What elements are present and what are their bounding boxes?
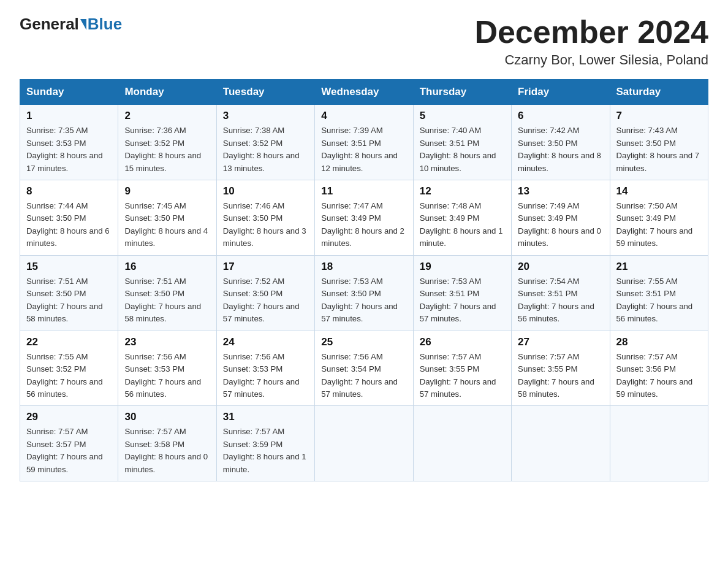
day-number: 16 xyxy=(124,261,210,273)
day-info: Sunrise: 7:57 AMSunset: 3:55 PMDaylight:… xyxy=(420,351,505,401)
day-info: Sunrise: 7:54 AMSunset: 3:51 PMDaylight:… xyxy=(518,275,603,326)
page-header: General Blue December 2024 Czarny Bor, L… xyxy=(20,15,708,68)
calendar-cell: 10Sunrise: 7:46 AMSunset: 3:50 PMDayligh… xyxy=(216,180,314,256)
day-info: Sunrise: 7:50 AMSunset: 3:49 PMDaylight:… xyxy=(616,200,702,250)
day-number: 4 xyxy=(321,110,406,122)
day-number: 20 xyxy=(518,261,603,273)
day-number: 8 xyxy=(26,185,112,197)
calendar-cell xyxy=(512,406,610,481)
day-info: Sunrise: 7:56 AMSunset: 3:53 PMDaylight:… xyxy=(223,351,308,401)
day-number: 27 xyxy=(518,336,603,348)
day-info: Sunrise: 7:53 AMSunset: 3:51 PMDaylight:… xyxy=(420,275,505,326)
calendar-cell: 14Sunrise: 7:50 AMSunset: 3:49 PMDayligh… xyxy=(610,180,708,256)
day-info: Sunrise: 7:52 AMSunset: 3:50 PMDaylight:… xyxy=(223,275,308,326)
calendar-cell: 4Sunrise: 7:39 AMSunset: 3:51 PMDaylight… xyxy=(315,105,413,180)
calendar-cell: 20Sunrise: 7:54 AMSunset: 3:51 PMDayligh… xyxy=(512,255,610,331)
day-info: Sunrise: 7:56 AMSunset: 3:53 PMDaylight:… xyxy=(124,351,210,401)
calendar-cell: 13Sunrise: 7:49 AMSunset: 3:49 PMDayligh… xyxy=(512,180,610,256)
calendar-cell: 29Sunrise: 7:57 AMSunset: 3:57 PMDayligh… xyxy=(20,406,118,481)
day-info: Sunrise: 7:55 AMSunset: 3:51 PMDaylight:… xyxy=(616,275,702,326)
calendar-week-row: 29Sunrise: 7:57 AMSunset: 3:57 PMDayligh… xyxy=(20,406,708,481)
weekday-header-saturday: Saturday xyxy=(610,80,708,105)
day-info: Sunrise: 7:38 AMSunset: 3:52 PMDaylight:… xyxy=(223,124,308,175)
day-number: 31 xyxy=(223,411,308,423)
calendar-cell: 1Sunrise: 7:35 AMSunset: 3:53 PMDaylight… xyxy=(20,105,118,180)
calendar-cell: 26Sunrise: 7:57 AMSunset: 3:55 PMDayligh… xyxy=(413,331,511,406)
calendar-cell: 21Sunrise: 7:55 AMSunset: 3:51 PMDayligh… xyxy=(610,255,708,331)
weekday-header-thursday: Thursday xyxy=(413,80,511,105)
day-info: Sunrise: 7:42 AMSunset: 3:50 PMDaylight:… xyxy=(518,124,603,175)
calendar-cell: 15Sunrise: 7:51 AMSunset: 3:50 PMDayligh… xyxy=(20,255,118,331)
calendar-cell: 24Sunrise: 7:56 AMSunset: 3:53 PMDayligh… xyxy=(216,331,314,406)
day-number: 17 xyxy=(223,261,308,273)
calendar-week-row: 22Sunrise: 7:55 AMSunset: 3:52 PMDayligh… xyxy=(20,331,708,406)
calendar-cell: 16Sunrise: 7:51 AMSunset: 3:50 PMDayligh… xyxy=(118,255,216,331)
logo-arrow-icon xyxy=(80,19,86,30)
day-info: Sunrise: 7:55 AMSunset: 3:52 PMDaylight:… xyxy=(26,351,112,401)
day-info: Sunrise: 7:46 AMSunset: 3:50 PMDaylight:… xyxy=(223,200,308,250)
day-number: 6 xyxy=(518,110,603,122)
calendar-cell: 9Sunrise: 7:45 AMSunset: 3:50 PMDaylight… xyxy=(118,180,216,256)
calendar-cell xyxy=(413,406,511,481)
calendar-cell: 11Sunrise: 7:47 AMSunset: 3:49 PMDayligh… xyxy=(315,180,413,256)
logo-blue-text: Blue xyxy=(88,15,122,34)
day-info: Sunrise: 7:47 AMSunset: 3:49 PMDaylight:… xyxy=(321,200,406,250)
day-number: 15 xyxy=(26,261,112,273)
day-number: 10 xyxy=(223,185,308,197)
day-number: 14 xyxy=(616,185,702,197)
day-info: Sunrise: 7:57 AMSunset: 3:55 PMDaylight:… xyxy=(518,351,603,401)
day-number: 11 xyxy=(321,185,406,197)
day-info: Sunrise: 7:57 AMSunset: 3:59 PMDaylight:… xyxy=(223,426,308,476)
calendar-week-row: 8Sunrise: 7:44 AMSunset: 3:50 PMDaylight… xyxy=(20,180,708,256)
day-number: 12 xyxy=(420,185,505,197)
day-info: Sunrise: 7:45 AMSunset: 3:50 PMDaylight:… xyxy=(124,200,210,250)
day-number: 5 xyxy=(420,110,505,122)
day-info: Sunrise: 7:43 AMSunset: 3:50 PMDaylight:… xyxy=(616,124,702,175)
day-number: 1 xyxy=(26,110,112,122)
day-number: 2 xyxy=(124,110,210,122)
day-number: 30 xyxy=(124,411,210,423)
weekday-header-friday: Friday xyxy=(512,80,610,105)
calendar-cell: 23Sunrise: 7:56 AMSunset: 3:53 PMDayligh… xyxy=(118,331,216,406)
calendar-cell: 22Sunrise: 7:55 AMSunset: 3:52 PMDayligh… xyxy=(20,331,118,406)
day-info: Sunrise: 7:57 AMSunset: 3:58 PMDaylight:… xyxy=(124,426,210,476)
calendar-cell: 3Sunrise: 7:38 AMSunset: 3:52 PMDaylight… xyxy=(216,105,314,180)
calendar-cell: 6Sunrise: 7:42 AMSunset: 3:50 PMDaylight… xyxy=(512,105,610,180)
calendar-cell: 7Sunrise: 7:43 AMSunset: 3:50 PMDaylight… xyxy=(610,105,708,180)
day-number: 19 xyxy=(420,261,505,273)
logo: General Blue xyxy=(20,15,122,34)
day-number: 22 xyxy=(26,336,112,348)
calendar-week-row: 15Sunrise: 7:51 AMSunset: 3:50 PMDayligh… xyxy=(20,255,708,331)
weekday-header-sunday: Sunday xyxy=(20,80,118,105)
day-info: Sunrise: 7:48 AMSunset: 3:49 PMDaylight:… xyxy=(420,200,505,250)
day-number: 25 xyxy=(321,336,406,348)
calendar-cell: 18Sunrise: 7:53 AMSunset: 3:50 PMDayligh… xyxy=(315,255,413,331)
calendar-cell: 17Sunrise: 7:52 AMSunset: 3:50 PMDayligh… xyxy=(216,255,314,331)
day-number: 21 xyxy=(616,261,702,273)
day-info: Sunrise: 7:51 AMSunset: 3:50 PMDaylight:… xyxy=(26,275,112,326)
logo-general-text: General xyxy=(20,15,79,34)
calendar-cell: 31Sunrise: 7:57 AMSunset: 3:59 PMDayligh… xyxy=(216,406,314,481)
calendar-cell: 8Sunrise: 7:44 AMSunset: 3:50 PMDaylight… xyxy=(20,180,118,256)
day-info: Sunrise: 7:49 AMSunset: 3:49 PMDaylight:… xyxy=(518,200,603,250)
day-info: Sunrise: 7:35 AMSunset: 3:53 PMDaylight:… xyxy=(26,124,112,175)
calendar-cell: 2Sunrise: 7:36 AMSunset: 3:52 PMDaylight… xyxy=(118,105,216,180)
calendar-cell: 5Sunrise: 7:40 AMSunset: 3:51 PMDaylight… xyxy=(413,105,511,180)
calendar-week-row: 1Sunrise: 7:35 AMSunset: 3:53 PMDaylight… xyxy=(20,105,708,180)
calendar-table: SundayMondayTuesdayWednesdayThursdayFrid… xyxy=(20,79,708,481)
day-number: 3 xyxy=(223,110,308,122)
day-info: Sunrise: 7:57 AMSunset: 3:56 PMDaylight:… xyxy=(616,351,702,401)
day-number: 29 xyxy=(26,411,112,423)
calendar-cell xyxy=(610,406,708,481)
day-number: 18 xyxy=(321,261,406,273)
day-info: Sunrise: 7:56 AMSunset: 3:54 PMDaylight:… xyxy=(321,351,406,401)
day-info: Sunrise: 7:40 AMSunset: 3:51 PMDaylight:… xyxy=(420,124,505,175)
day-number: 28 xyxy=(616,336,702,348)
day-info: Sunrise: 7:36 AMSunset: 3:52 PMDaylight:… xyxy=(124,124,210,175)
calendar-cell: 28Sunrise: 7:57 AMSunset: 3:56 PMDayligh… xyxy=(610,331,708,406)
day-number: 13 xyxy=(518,185,603,197)
month-title: December 2024 xyxy=(474,15,708,50)
day-info: Sunrise: 7:51 AMSunset: 3:50 PMDaylight:… xyxy=(124,275,210,326)
day-info: Sunrise: 7:44 AMSunset: 3:50 PMDaylight:… xyxy=(26,200,112,250)
weekday-header-tuesday: Tuesday xyxy=(216,80,314,105)
